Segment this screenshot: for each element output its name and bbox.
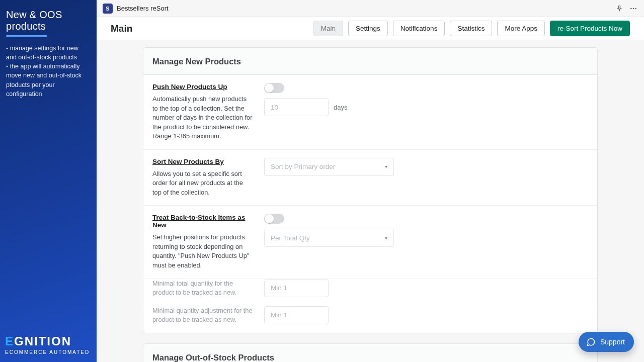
brand-tagline: ECOMMERCE AUTOMATED xyxy=(5,349,90,355)
support-button[interactable]: Support xyxy=(579,332,634,352)
setting-title: Sort New Products By xyxy=(152,158,253,165)
row-min-adj-qty: Minimal quantity adjustment for the prod… xyxy=(143,306,597,333)
row-push-new-up: Push New Products Up Automatically push … xyxy=(143,75,597,149)
tab-settings[interactable]: Settings xyxy=(348,21,388,36)
resort-now-button[interactable]: re-Sort Products Now xyxy=(550,21,630,36)
row-sort-new-by: Sort New Products By Allows you to set a… xyxy=(143,149,597,206)
brand-logo-rest: GNITION xyxy=(14,334,71,348)
chat-icon xyxy=(586,337,596,347)
select-value: Per Total Qty xyxy=(271,234,310,242)
setting-title: Treat Back-to-Stock Items as New xyxy=(152,214,253,229)
app-icon: S xyxy=(103,4,113,14)
svg-point-2 xyxy=(635,8,636,9)
min-total-qty-input[interactable]: Min 1 xyxy=(264,279,329,297)
days-unit: days xyxy=(334,104,347,111)
sidebar-underline xyxy=(6,35,47,37)
top-bar: S Bestsellers reSort xyxy=(97,0,644,17)
support-label: Support xyxy=(600,338,625,346)
sidebar-description: - manage settings for new and out-of-sto… xyxy=(6,44,91,99)
sort-new-by-select[interactable]: Sort by Primary order ▾ xyxy=(264,158,394,176)
tab-statistics[interactable]: Statistics xyxy=(450,21,492,36)
setting-description: Minimal quantity adjustment for the prod… xyxy=(152,306,253,325)
svg-point-0 xyxy=(630,8,632,9)
brand-logo-e: E xyxy=(5,334,14,348)
app-name: Bestsellers reSort xyxy=(117,5,169,12)
tab-bar: Main Main Settings Notifications Statist… xyxy=(97,17,644,40)
card-new-products: Manage New Products Push New Products Up… xyxy=(143,47,598,333)
pin-icon[interactable] xyxy=(615,4,624,13)
setting-description: Allows you to set a specific sort order … xyxy=(152,169,253,198)
brand-block: EGNITION ECOMMERCE AUTOMATED xyxy=(5,334,90,355)
card-header: Manage New Products xyxy=(143,48,597,75)
setting-description: Automatically push new products to the t… xyxy=(152,95,253,141)
days-input[interactable]: 10 xyxy=(264,98,329,116)
svg-point-1 xyxy=(633,8,634,9)
sidebar-title: New & OOS products xyxy=(6,9,91,32)
chevron-down-icon: ▾ xyxy=(385,164,387,169)
content-scroll[interactable]: Manage New Products Push New Products Up… xyxy=(97,40,644,362)
card-title: Manage New Products xyxy=(152,57,588,66)
setting-description: Set higher positions for products return… xyxy=(152,233,253,270)
select-value: Sort by Primary order xyxy=(271,163,335,170)
card-oos-products: Manage Out-of-Stock Products Push Down O… xyxy=(143,343,598,362)
card-title: Manage Out-of-Stock Products xyxy=(152,353,588,362)
row-min-total-qty: Minimal total quantity for the product t… xyxy=(143,279,597,306)
toggle-push-new-up[interactable] xyxy=(264,83,284,93)
row-back-to-stock: Treat Back-to-Stock Items as New Set hig… xyxy=(143,205,597,278)
more-icon[interactable] xyxy=(629,4,638,13)
tab-main[interactable]: Main xyxy=(313,21,343,36)
chevron-down-icon: ▾ xyxy=(385,235,387,241)
tab-notifications[interactable]: Notifications xyxy=(393,21,445,36)
brand-logo: EGNITION xyxy=(5,334,90,348)
card-header: Manage Out-of-Stock Products xyxy=(143,344,597,362)
back-to-stock-mode-select[interactable]: Per Total Qty ▾ xyxy=(264,229,394,247)
setting-title: Push New Products Up xyxy=(152,83,253,90)
tab-more-apps[interactable]: More Apps xyxy=(497,21,545,36)
min-adj-qty-input[interactable]: Min 1 xyxy=(264,306,329,324)
sidebar: New & OOS products - manage settings for… xyxy=(0,0,97,362)
page-title: Main xyxy=(111,23,132,34)
setting-description: Minimal total quantity for the product t… xyxy=(152,279,253,298)
toggle-back-to-stock[interactable] xyxy=(264,214,284,224)
